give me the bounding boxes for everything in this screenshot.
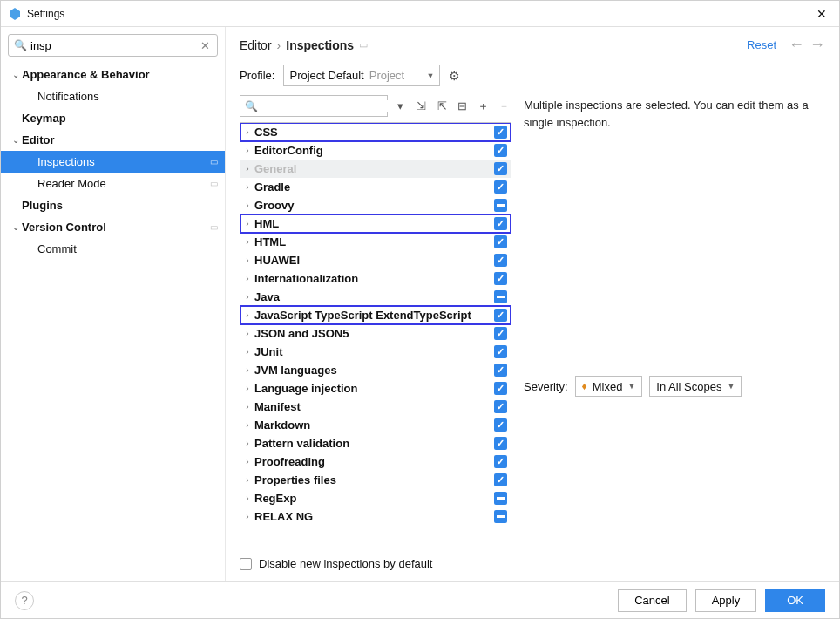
- inspection-row[interactable]: ›CSS: [240, 123, 511, 141]
- add-icon[interactable]: ＋: [476, 98, 491, 115]
- inspection-row[interactable]: ›JavaScript TypeScript ExtendTypeScript: [240, 306, 511, 324]
- inspection-row[interactable]: ›RegExp: [240, 489, 511, 507]
- inspection-checkbox[interactable]: [494, 162, 507, 175]
- profile-select[interactable]: Project Default Project ▼: [283, 65, 440, 86]
- nav-back-icon[interactable]: ←: [789, 36, 804, 54]
- chevron-right-icon: ›: [242, 439, 253, 448]
- inspection-row[interactable]: ›JVM languages: [240, 361, 511, 379]
- sidebar-item-label: Commit: [37, 242, 218, 255]
- inspection-row[interactable]: ›Manifest: [240, 398, 511, 416]
- inspection-checkbox[interactable]: [494, 327, 507, 340]
- inspection-checkbox[interactable]: [494, 180, 507, 194]
- inspection-row[interactable]: ›Markdown: [240, 416, 511, 434]
- inspection-row[interactable]: ›HUAWEI: [240, 251, 511, 269]
- inspection-checkbox[interactable]: [494, 382, 507, 395]
- filter-icon[interactable]: ▾: [393, 98, 409, 115]
- inspection-checkbox[interactable]: [494, 199, 507, 212]
- severity-select[interactable]: ♦ Mixed ▼: [575, 376, 643, 397]
- inspection-name: HUAWEI: [253, 254, 494, 267]
- inspection-row[interactable]: ›General: [240, 160, 511, 178]
- inspection-checkbox[interactable]: [494, 492, 507, 505]
- inspection-checkbox[interactable]: [494, 235, 507, 248]
- inspection-row[interactable]: ›Properties files: [240, 471, 511, 489]
- settings-search[interactable]: 🔍 ✕: [8, 34, 218, 57]
- cancel-button[interactable]: Cancel: [618, 589, 686, 612]
- chevron-right-icon: ›: [242, 182, 253, 192]
- sidebar-item-keymap[interactable]: Keymap: [1, 107, 225, 129]
- ok-button[interactable]: OK: [765, 589, 825, 612]
- gear-icon[interactable]: ⚙: [449, 69, 460, 83]
- chevron-icon: ⌄: [10, 135, 22, 145]
- sidebar-item-reader-mode[interactable]: Reader Mode▭: [1, 173, 225, 194]
- flame-icon: ♦: [582, 380, 587, 392]
- inspection-checkbox[interactable]: [494, 144, 507, 157]
- inspection-row[interactable]: ›JUnit: [240, 343, 511, 361]
- breadcrumb-editor[interactable]: Editor: [240, 38, 272, 52]
- sidebar-item-plugins[interactable]: Plugins: [1, 194, 225, 216]
- sidebar-item-version-control[interactable]: ⌄Version Control▭: [1, 216, 225, 238]
- inspection-row[interactable]: ›HML: [240, 214, 511, 233]
- inspection-search-input[interactable]: [261, 100, 391, 112]
- inspection-checkbox[interactable]: [494, 309, 507, 322]
- search-input[interactable]: [30, 39, 199, 52]
- clear-search-icon[interactable]: ✕: [199, 39, 212, 52]
- inspection-checkbox[interactable]: [494, 418, 507, 432]
- breadcrumb: Editor › Inspections ▭: [240, 38, 747, 52]
- collapse-all-icon[interactable]: ⇱: [434, 98, 450, 115]
- inspection-name: Java: [253, 290, 494, 303]
- apply-button[interactable]: Apply: [695, 589, 757, 612]
- inspection-row[interactable]: ›Proofreading: [240, 452, 511, 471]
- inspection-checkbox[interactable]: [494, 437, 507, 450]
- sidebar-item-notifications[interactable]: Notifications: [1, 85, 225, 107]
- inspection-name: Gradle: [253, 180, 494, 194]
- inspection-row[interactable]: ›Internationalization: [240, 269, 511, 288]
- inspection-list[interactable]: ›CSS›EditorConfig›General›Gradle›Groovy›…: [240, 122, 511, 541]
- inspection-checkbox[interactable]: [494, 455, 507, 468]
- inspection-checkbox[interactable]: [494, 254, 507, 267]
- inspection-row[interactable]: ›Pattern validation: [240, 434, 511, 452]
- inspection-name: Language injection: [253, 382, 494, 395]
- inspection-row[interactable]: ›JSON and JSON5: [240, 324, 511, 343]
- help-icon[interactable]: ?: [15, 591, 34, 610]
- inspection-checkbox[interactable]: [494, 345, 507, 358]
- inspection-checkbox[interactable]: [494, 272, 507, 285]
- chevron-icon: ⌄: [10, 222, 22, 232]
- remove-icon[interactable]: －: [496, 98, 511, 115]
- inspection-search[interactable]: 🔍: [240, 95, 388, 117]
- inspection-row[interactable]: ›Groovy: [240, 196, 511, 214]
- inspection-checkbox[interactable]: [494, 290, 507, 303]
- inspection-row[interactable]: ›EditorConfig: [240, 141, 511, 160]
- nav-forward-icon[interactable]: →: [810, 36, 825, 54]
- sidebar-item-inspections[interactable]: Inspections▭: [1, 151, 225, 173]
- close-icon[interactable]: ✕: [811, 7, 832, 21]
- inspection-checkbox[interactable]: [494, 473, 507, 486]
- scope-select[interactable]: In All Scopes ▼: [649, 376, 742, 397]
- inspection-checkbox[interactable]: [494, 400, 507, 413]
- expand-all-icon[interactable]: ⇲: [414, 98, 430, 115]
- inspection-checkbox[interactable]: [494, 217, 507, 230]
- chevron-right-icon: ›: [242, 329, 253, 338]
- disable-new-checkbox[interactable]: [240, 558, 252, 570]
- pin-icon: ▭: [210, 222, 218, 232]
- inspection-row[interactable]: ›Language injection: [240, 379, 511, 398]
- inspection-row[interactable]: ›RELAX NG: [240, 507, 511, 526]
- chevron-right-icon: ›: [242, 402, 253, 412]
- chevron-right-icon: ›: [242, 146, 253, 155]
- inspection-description: Multiple inspections are selected. You c…: [524, 95, 825, 131]
- chevron-right-icon: ›: [242, 384, 253, 393]
- sidebar-item-editor[interactable]: ⌄Editor: [1, 129, 225, 151]
- inspection-row[interactable]: ›Gradle: [240, 178, 511, 196]
- inspection-checkbox[interactable]: [494, 126, 507, 139]
- inspection-row[interactable]: ›HTML: [240, 233, 511, 251]
- reset-profile-icon[interactable]: ⊟: [455, 98, 471, 115]
- breadcrumb-inspections: Inspections: [286, 38, 354, 52]
- sidebar-item-appearance-behavior[interactable]: ⌄Appearance & Behavior: [1, 64, 225, 85]
- sidebar-item-commit[interactable]: Commit: [1, 238, 225, 260]
- pin-icon: ▭: [359, 39, 368, 51]
- inspection-checkbox[interactable]: [494, 364, 507, 377]
- sidebar-item-label: Plugins: [22, 199, 218, 212]
- reset-link[interactable]: Reset: [747, 38, 776, 51]
- search-icon: 🔍: [14, 39, 27, 51]
- inspection-checkbox[interactable]: [494, 510, 507, 523]
- inspection-row[interactable]: ›Java: [240, 288, 511, 306]
